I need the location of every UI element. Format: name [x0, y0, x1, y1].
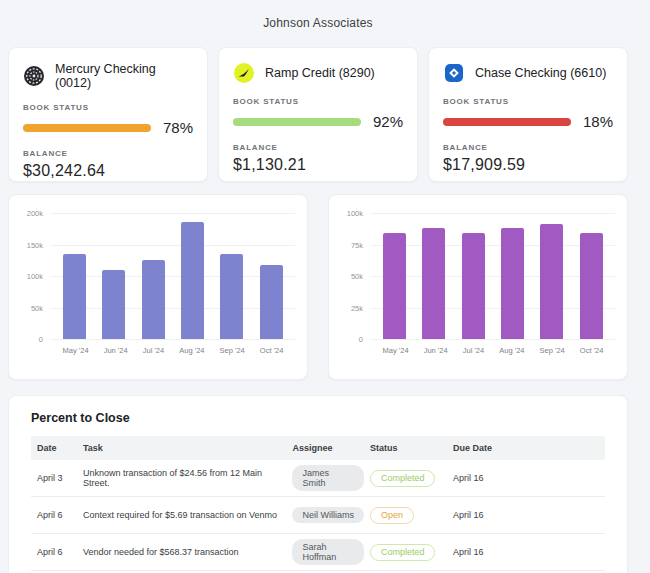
section-title: Percent to Close [31, 411, 605, 425]
book-status-progress-bar [233, 118, 361, 126]
status-cell: Completed [364, 544, 447, 561]
bar-Jul '24 [142, 260, 165, 339]
status-cell: Open [364, 507, 447, 524]
balance-label: BALANCE [233, 143, 403, 152]
task-date: April 6 [31, 510, 77, 520]
y-tick-label: 0 [39, 335, 43, 344]
x-tick-label: Oct '24 [260, 346, 284, 355]
book-status-label: BOOK STATUS [233, 97, 403, 106]
bar-May '24 [383, 233, 406, 339]
book-status-bar-row: 92% [233, 113, 403, 130]
y-tick-label: 200k [27, 209, 43, 218]
x-tick-label: Aug '24 [179, 346, 204, 355]
y-axis: 200k150k100k50k0 [19, 213, 51, 339]
book-status-percent: 78% [159, 119, 193, 136]
account-card-1: Mercury Checking (0012)BOOK STATUS78%BAL… [8, 47, 208, 182]
book-status-percent: 92% [369, 113, 403, 130]
account-name: Mercury Checking (0012) [55, 62, 193, 90]
y-tick-label: 50k [351, 272, 363, 281]
assignee-cell: James Smith [286, 465, 363, 491]
bar-Sep '24 [220, 254, 243, 339]
column-header-task: Task [77, 443, 287, 453]
account-name: Ramp Credit (8290) [265, 66, 375, 80]
task-due-date: April 16 [447, 510, 602, 520]
x-axis-labels: May '24Jun '24Jul '24Aug '24Sep '24Oct '… [51, 346, 295, 355]
book-status-progress-bar [443, 118, 571, 126]
bar-May '24 [63, 254, 86, 339]
mercury-logo-icon [23, 65, 45, 87]
cash-in-bar-chart-card: 200k150k100k50k0 May '24Jun '24Jul '24Au… [8, 194, 308, 380]
task-description: Unknown transaction of $24.56 from 12 Ma… [77, 468, 287, 488]
task-due-date: April 16 [447, 473, 602, 483]
bar-Sep '24 [540, 224, 563, 339]
account-cards-row: Mercury Checking (0012)BOOK STATUS78%BAL… [8, 47, 628, 182]
balance-value: $1,130.21 [233, 156, 403, 174]
bar-Jul '24 [462, 233, 485, 339]
table-body: April 3Unknown transaction of $24.56 fro… [31, 460, 605, 571]
tasks-table: DateTaskAssigneeStatusDue Date April 3Un… [31, 436, 605, 571]
percent-to-close-card: Percent to Close DateTaskAssigneeStatusD… [8, 395, 628, 573]
account-card-2: Ramp Credit (8290)BOOK STATUS92%BALANCE$… [218, 47, 418, 182]
table-row[interactable]: April 3Unknown transaction of $24.56 fro… [31, 460, 605, 497]
balance-label: BALANCE [23, 149, 193, 158]
plot-column: May '24Jun '24Jul '24Aug '24Sep '24Oct '… [51, 213, 295, 355]
status-badge: Completed [370, 470, 436, 487]
x-tick-label: Jun '24 [104, 346, 128, 355]
column-header-status: Status [364, 443, 447, 453]
task-date: April 3 [31, 473, 77, 483]
cash-out-bar-chart-card: 100k75k50k25k0 May '24Jun '24Jul '24Aug … [328, 194, 628, 380]
x-tick-label: May '24 [63, 346, 89, 355]
bar-Aug '24 [501, 228, 524, 339]
plot-column: May '24Jun '24Jul '24Aug '24Sep '24Oct '… [371, 213, 615, 355]
bar-Oct '24 [580, 233, 603, 339]
x-tick-label: Oct '24 [580, 346, 604, 355]
x-tick-label: Sep '24 [540, 346, 565, 355]
balance-value: $30,242.64 [23, 162, 193, 180]
y-tick-label: 150k [27, 240, 43, 249]
table-header-row: DateTaskAssigneeStatusDue Date [31, 436, 605, 460]
bar-Oct '24 [260, 265, 283, 339]
table-row[interactable]: April 6Context required for $5.69 transa… [31, 497, 605, 534]
balance-label: BALANCE [443, 143, 613, 152]
chart-body: 200k150k100k50k0 May '24Jun '24Jul '24Au… [19, 213, 295, 355]
bar-Jun '24 [102, 270, 125, 339]
x-axis-labels: May '24Jun '24Jul '24Aug '24Sep '24Oct '… [371, 346, 615, 355]
y-tick-label: 75k [351, 240, 363, 249]
balance-value: $17,909.59 [443, 156, 613, 174]
y-tick-label: 0 [359, 335, 363, 344]
x-tick-label: Sep '24 [220, 346, 245, 355]
table-row[interactable]: April 6Vendor needed for $568.37 transac… [31, 534, 605, 571]
task-date: April 6 [31, 547, 77, 557]
assignee-badge: Neil Williams [292, 507, 363, 523]
y-tick-label: 100k [347, 209, 363, 218]
book-status-label: BOOK STATUS [23, 103, 193, 112]
x-tick-label: Aug '24 [499, 346, 524, 355]
page-title: Johnson Associates [8, 0, 628, 30]
y-tick-label: 25k [351, 303, 363, 312]
book-status-bar-row: 18% [443, 113, 613, 130]
assignee-badge: Sarah Hoffman [292, 539, 363, 565]
bars-group [51, 213, 295, 339]
y-tick-label: 100k [27, 272, 43, 281]
account-card-3: Chase Checking (6610)BOOK STATUS18%BALAN… [428, 47, 628, 182]
bar-Jun '24 [422, 228, 445, 339]
x-tick-label: Jul '24 [463, 346, 484, 355]
x-tick-label: May '24 [383, 346, 409, 355]
status-badge: Open [370, 507, 414, 524]
book-status-percent: 18% [579, 113, 613, 130]
assignee-cell: Neil Williams [286, 507, 363, 523]
account-card-header: Mercury Checking (0012) [23, 62, 193, 90]
task-description: Vendor needed for $568.37 transaction [77, 547, 287, 557]
column-header-due-date: Due Date [447, 443, 602, 453]
account-card-header: Chase Checking (6610) [443, 62, 613, 84]
y-tick-label: 50k [31, 303, 43, 312]
bars-group [371, 213, 615, 339]
y-axis: 100k75k50k25k0 [339, 213, 371, 339]
plot-area [371, 213, 615, 339]
column-header-assignee: Assignee [286, 443, 363, 453]
x-tick-label: Jul '24 [143, 346, 164, 355]
bar-Aug '24 [181, 222, 204, 339]
book-status-progress-bar [23, 124, 151, 132]
ramp-logo-icon [233, 62, 255, 84]
assignee-cell: Sarah Hoffman [286, 539, 363, 565]
